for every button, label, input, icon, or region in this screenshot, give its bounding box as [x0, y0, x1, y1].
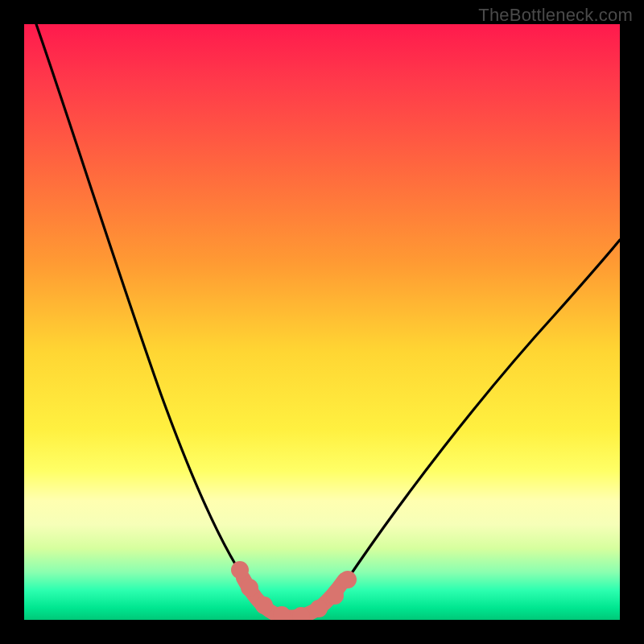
bottleneck-curve-path: [36, 24, 620, 617]
watermark-text: TheBottleneck.com: [478, 5, 633, 26]
bottleneck-curve-svg: [24, 24, 620, 620]
trough-marker-dot: [255, 597, 273, 614]
trough-marker-dot: [339, 571, 357, 588]
trough-marker-dot: [231, 561, 249, 579]
trough-marker-dot: [326, 587, 344, 605]
trough-marker-dot: [241, 579, 258, 597]
chart-plot-area: [24, 24, 620, 620]
trough-marker-dot: [310, 600, 328, 617]
trough-markers: [231, 561, 357, 620]
